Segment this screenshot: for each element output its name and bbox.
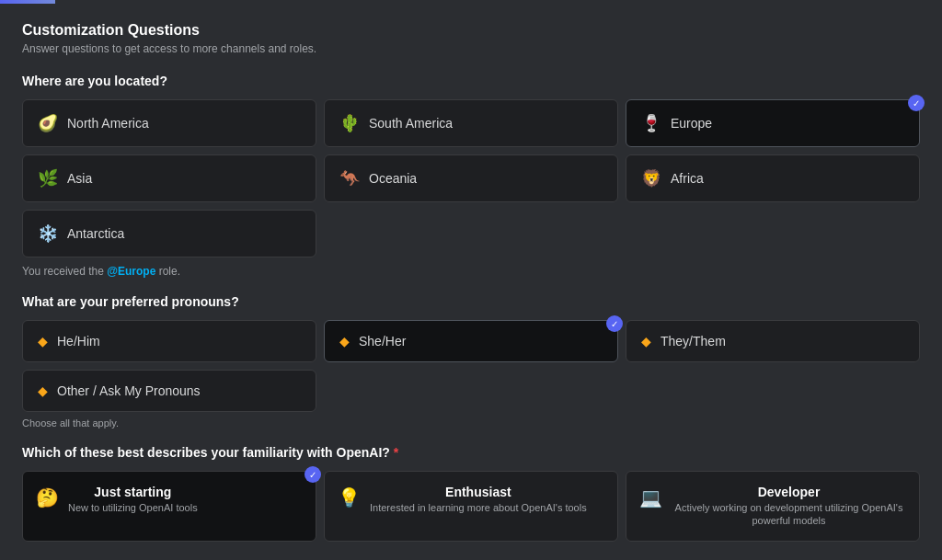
location-question-label: Where are you located?: [22, 74, 920, 88]
just-starting-text: Just starting New to utilizing OpenAI to…: [68, 485, 198, 514]
africa-label: Africa: [671, 171, 704, 186]
openai-option-developer[interactable]: 💻 Developer Actively working on developm…: [626, 471, 920, 542]
pronouns-question-label: What are your preferred pronouns?: [22, 294, 920, 309]
pronouns-section: What are your preferred pronouns? ◆ He/H…: [22, 294, 920, 429]
role-name: @Europe: [107, 265, 155, 278]
location-option-antarctica[interactable]: ❄️ Antarctica: [22, 210, 316, 257]
he-him-label: He/Him: [57, 334, 100, 349]
location-option-asia[interactable]: 🌿 Asia: [22, 154, 316, 202]
developer-text: Developer Actively working on developmen…: [672, 485, 906, 528]
africa-emoji: 🦁: [641, 168, 661, 189]
they-them-diamond: ◆: [641, 334, 651, 349]
just-starting-icon: 🤔: [36, 486, 59, 509]
just-starting-desc: New to utilizing OpenAI tools: [68, 501, 198, 514]
required-asterisk: *: [394, 445, 398, 460]
openai-section: Which of these best describes your famil…: [22, 445, 920, 542]
he-him-diamond: ◆: [38, 334, 48, 349]
pronouns-row-2: ◆ Other / Ask My Pronouns: [22, 370, 920, 412]
just-starting-check-badge: ✓: [304, 466, 321, 483]
asia-emoji: 🌿: [38, 168, 58, 189]
role-suffix: role.: [155, 265, 180, 278]
openai-option-just-starting[interactable]: 🤔 Just starting New to utilizing OpenAI …: [22, 471, 316, 542]
openai-question-label: Which of these best describes your famil…: [22, 445, 920, 460]
other-label: Other / Ask My Pronouns: [57, 383, 201, 398]
location-section: Where are you located? 🥑 North America 🌵…: [22, 74, 920, 278]
role-received-text: You received the @Europe role.: [22, 265, 920, 278]
antarctica-label: Antarctica: [67, 226, 124, 241]
she-her-label: She/Her: [359, 334, 406, 349]
south-america-label: South America: [369, 116, 453, 131]
enthusiast-text: Enthusiast Interested in learning more a…: [370, 485, 587, 514]
developer-desc: Actively working on development utilizin…: [672, 501, 906, 528]
enthusiast-title: Enthusiast: [370, 485, 587, 499]
north-america-emoji: 🥑: [38, 113, 58, 133]
location-option-africa[interactable]: 🦁 Africa: [626, 154, 920, 202]
choose-all-hint: Choose all that apply.: [22, 417, 920, 429]
openai-option-enthusiast[interactable]: 💡 Enthusiast Interested in learning more…: [324, 471, 618, 542]
page-title: Customization Questions: [22, 22, 920, 39]
location-option-south-america[interactable]: 🌵 South America: [324, 99, 618, 147]
location-option-europe[interactable]: 🍷 Europe ✓: [626, 99, 920, 147]
enthusiast-desc: Interested in learning more about OpenAI…: [370, 501, 587, 514]
europe-check-badge: ✓: [908, 95, 925, 111]
just-starting-title: Just starting: [68, 485, 198, 499]
she-her-diamond: ◆: [339, 334, 350, 349]
location-options-grid: 🥑 North America 🌵 South America 🍷 Europe…: [22, 99, 920, 202]
pronoun-option-other[interactable]: ◆ Other / Ask My Pronouns: [22, 370, 316, 412]
antarctica-emoji: ❄️: [38, 223, 58, 244]
europe-label: Europe: [671, 116, 712, 131]
they-them-label: They/Them: [661, 334, 726, 349]
enthusiast-icon: 💡: [338, 486, 361, 509]
page-subtitle: Answer questions to get access to more c…: [22, 42, 920, 55]
role-prefix: You received the: [22, 265, 107, 278]
pronoun-option-she-her[interactable]: ◆ She/Her ✓: [324, 320, 618, 362]
pronoun-option-he-him[interactable]: ◆ He/Him: [22, 320, 316, 362]
north-america-label: North America: [67, 116, 149, 131]
oceania-label: Oceania: [369, 171, 417, 186]
developer-icon: 💻: [639, 486, 662, 509]
location-option-north-america[interactable]: 🥑 North America: [22, 99, 316, 147]
developer-title: Developer: [672, 485, 906, 499]
pronouns-row-1: ◆ He/Him ◆ She/Her ✓ ◆ They/Them: [22, 320, 920, 362]
other-diamond: ◆: [38, 383, 48, 398]
she-her-check-badge: ✓: [606, 315, 623, 332]
europe-emoji: 🍷: [641, 113, 661, 133]
openai-options-grid: 🤔 Just starting New to utilizing OpenAI …: [22, 471, 920, 542]
location-option-oceania[interactable]: 🦘 Oceania: [324, 154, 618, 202]
oceania-emoji: 🦘: [339, 168, 360, 189]
south-america-emoji: 🌵: [339, 113, 360, 133]
main-container: Customization Questions Answer questions…: [0, 4, 942, 560]
asia-label: Asia: [67, 171, 92, 186]
pronoun-option-they-them[interactable]: ◆ They/Them: [626, 320, 920, 362]
section-header: Customization Questions Answer questions…: [22, 22, 920, 55]
